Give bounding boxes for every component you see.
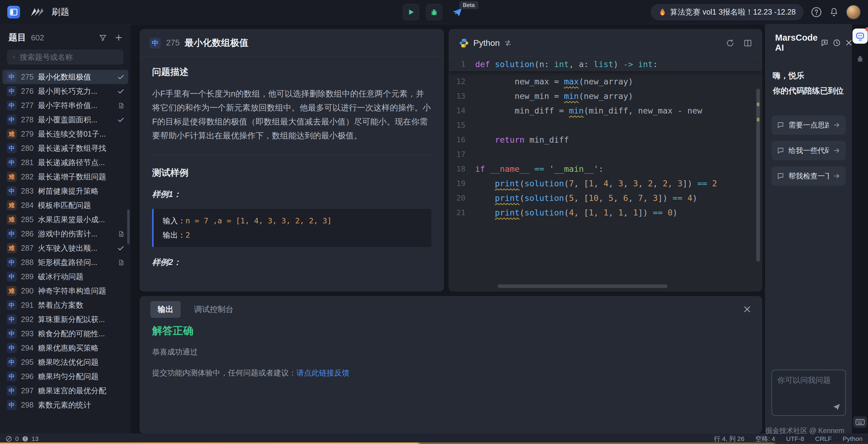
problem-item[interactable]: 中297糖果迷宫的最优分配 [2,384,128,398]
problem-item[interactable]: 中289破冰行动问题 [2,269,128,284]
contest-banner[interactable]: 算法竞赛 vol1 3报名啦！12.23 -12.28 [651,4,804,20]
split-view-icon[interactable] [744,39,752,47]
errors-icon[interactable] [5,436,12,442]
history-icon[interactable] [833,39,841,47]
search-input[interactable] [19,53,118,62]
feedback-link[interactable]: 请点此链接反馈 [296,369,349,377]
brand-logo-icon [28,7,44,17]
line-number: 17 [449,150,475,159]
code-line[interactable]: 13 new_min = min(new_array) [449,89,762,103]
status-line-col[interactable]: 行 4, 列 26 [714,435,744,443]
submit-button[interactable]: Beta [449,4,465,20]
problem-item[interactable]: 难287火车驶入驶出顺... [2,241,128,255]
problem-item[interactable]: 中276最小周长巧克力... [2,84,128,98]
close-icon[interactable] [743,305,751,314]
debug-button[interactable] [426,4,442,20]
code-line[interactable]: 17 [449,147,762,161]
code-line[interactable]: 12 new_max = max(new_array) [449,74,762,89]
problem-item[interactable]: 中280最长递减子数组寻找 [2,141,128,155]
ai-greeting: 嗨，悦乐 你的代码陪练已到位 [765,68,852,98]
filter-icon[interactable] [99,34,107,41]
problem-item[interactable]: 难285水果店果篮最小成... [2,213,128,227]
switch-language-icon[interactable] [504,39,512,47]
problem-title: 最长递减路径节点... [38,158,124,167]
problem-item[interactable]: 难284模板串匹配问题 [2,198,128,213]
problem-title: 最小字符串价值... [38,100,114,110]
sticky-code-line[interactable]: 1def solution(n: int, a: list) -> int: [449,57,762,72]
add-icon[interactable] [115,34,123,41]
ai-suggestion-card[interactable]: 给我一些代码提示 [771,141,846,160]
ai-question-input[interactable] [772,370,845,401]
editor-panel: Python 1def solution(n: int, a: list) ->… [449,29,762,291]
avatar[interactable] [846,5,861,20]
code-editor[interactable]: 1def solution(n: int, a: list) -> int: 1… [449,57,762,291]
problem-item[interactable]: 中278最小覆盖圆面积... [2,113,128,127]
code-line[interactable]: 19 print(solution(7, [1, 4, 3, 3, 2, 2, … [449,176,762,191]
problem-item[interactable]: 中288矩形棋盘路径问... [2,255,128,269]
arrow-right-icon [833,121,840,129]
code-text: if __name__ == '__main__': [475,164,603,173]
problem-number: 288 [21,258,34,267]
problem-item[interactable]: 中296糖果均匀分配问题 [2,369,128,384]
status-indent[interactable]: 空格: 4 [755,435,775,443]
ai-suggestion-card[interactable]: 需要一点思路提示 [771,115,846,135]
status-eol[interactable]: CRLF [815,435,832,442]
problem-item[interactable]: 中283树苗健康提升策略 [2,184,128,198]
problem-item[interactable]: 中281最长递减路径节点... [2,155,128,170]
marscode-ai-icon[interactable]: AI [852,29,868,44]
problem-item[interactable]: 中292算珠重新分配以获... [2,312,128,326]
code-line[interactable]: 14 min_diff = min(min_diff, new_max - ne… [449,103,762,118]
status-language[interactable]: Python [843,435,863,442]
app-logo[interactable] [7,6,20,19]
help-icon[interactable] [811,7,822,18]
run-button[interactable] [403,4,419,20]
problem-number: 283 [21,187,34,195]
keyboard-icon[interactable] [853,416,867,428]
difficulty-badge: 难 [7,200,17,210]
problem-item[interactable]: 中277最小字符串价值... [2,98,128,113]
warnings-count[interactable]: 13 [32,435,38,442]
tab-output[interactable]: 输出 [150,301,181,318]
bell-icon[interactable] [829,7,839,17]
ai-suggestion-card[interactable]: 帮我检查一下代码 [771,166,846,186]
problem-item[interactable]: 中293粮食分配的可能性... [2,326,128,341]
new-chat-icon[interactable] [820,39,829,47]
code-text: print(solution(4, [1, 1, 1, 1]) == 0) [475,208,678,217]
check-icon [117,116,124,124]
layout-logo-icon [10,8,18,16]
code-line[interactable]: 15 [449,118,762,132]
line-number: 18 [449,164,475,173]
problem-title: 矩形棋盘路径问... [38,257,114,267]
code-line[interactable]: 18if __name__ == '__main__': [449,161,762,176]
code-line[interactable]: 16 return min_diff [449,132,762,147]
problem-item[interactable]: 难279最长连续交替01子... [2,127,128,141]
problem-number: 287 [21,244,34,253]
problem-item[interactable]: 难282最长递增子数组问题 [2,170,128,184]
editor-horizontal-scrollbar[interactable] [498,284,668,288]
problem-item[interactable]: 中286游戏中的伤害计... [2,227,128,241]
bug-report-icon[interactable] [855,54,865,63]
editor-vertical-scrollbar[interactable] [756,89,760,262]
problem-number: 276 [21,87,34,96]
problem-item[interactable]: 中275最小化数组极值 [2,70,128,84]
difficulty-badge: 中 [7,186,17,196]
tab-debug-console[interactable]: 调试控制台 [194,304,234,315]
watermark: 掘金技术社区 @ Kennem [765,426,844,436]
sidebar-scrollbar[interactable] [127,210,130,244]
code-line[interactable]: 20 print(solution(5, [10, 5, 6, 7, 3]) =… [449,191,762,205]
warnings-icon[interactable] [22,436,29,442]
problem-item[interactable]: 中298素数元素的统计 [2,398,128,412]
arrow-right-icon [833,172,840,180]
code-line[interactable]: 21 print(solution(4, [1, 1, 1, 1]) == 0) [449,205,762,220]
topbar-right: 算法竞赛 vol1 3报名啦！12.23 -12.28 [651,4,861,20]
problem-title: 树苗健康提升策略 [38,186,124,196]
problem-item[interactable]: 中291禁着点方案数 [2,298,128,312]
problem-item[interactable]: 中294糖果优惠购买策略 [2,341,128,355]
problem-item[interactable]: 难290神奇字符串构造问题 [2,284,128,298]
errors-count[interactable]: 0 [15,435,19,442]
send-icon[interactable] [832,403,841,412]
status-encoding[interactable]: UTF-8 [786,435,804,442]
reset-code-icon[interactable] [726,39,735,47]
difficulty-badge: 难 [7,243,17,253]
problem-item[interactable]: 中295糖果吃法优化问题 [2,355,128,369]
